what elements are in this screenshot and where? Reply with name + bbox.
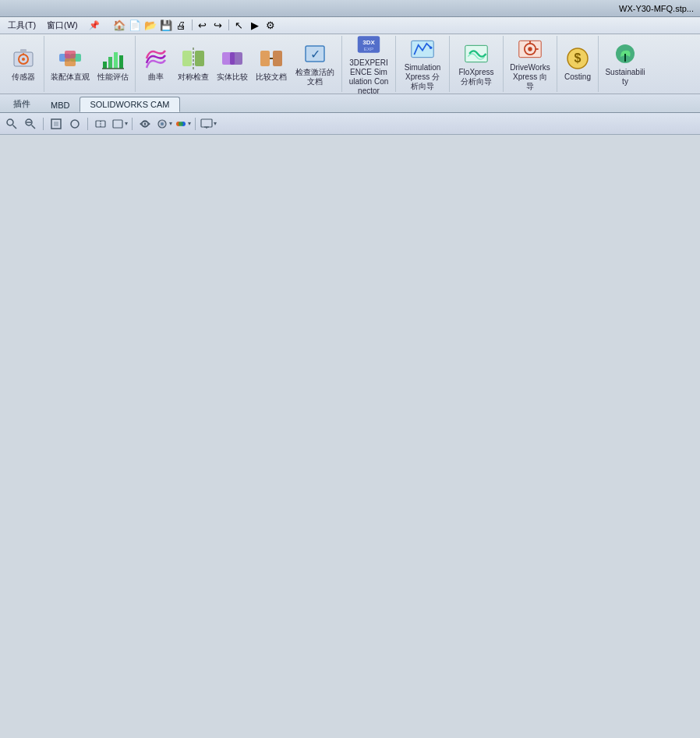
- qa-undo[interactable]: ↩: [196, 18, 210, 32]
- btn-box-dropdown[interactable]: ▾: [111, 115, 128, 132]
- svg-line-39: [13, 125, 17, 129]
- btn-appearance-1[interactable]: ▾: [155, 115, 172, 132]
- btn-curvature[interactable]: 曲率: [139, 44, 173, 84]
- svg-rect-56: [201, 119, 212, 127]
- performance-icon: [101, 46, 126, 71]
- curvature-icon: [143, 46, 168, 71]
- sec-sep-1: [43, 118, 44, 130]
- btn-floxpress[interactable]: FloXpress 分析向导: [453, 39, 500, 89]
- svg-rect-8: [65, 58, 76, 66]
- btn-view-circle[interactable]: [66, 115, 83, 132]
- quick-access-toolbar: 🏠 📄 📂 💾 🖨 ↩ ↪ ↖ ▶ ⚙: [109, 17, 281, 34]
- menu-pin[interactable]: 📌: [84, 19, 104, 32]
- check-icon: ✓: [302, 41, 327, 66]
- menu-tools[interactable]: 工具(T): [3, 18, 41, 33]
- toolbar-group-driveworks: DriveWorksXpress 向导: [504, 36, 557, 92]
- svg-rect-44: [54, 122, 58, 126]
- driveworks-icon: [518, 37, 543, 62]
- toolbar-main: 传感器 装配体直观: [3, 36, 697, 92]
- qa-open[interactable]: 📂: [143, 18, 157, 32]
- menu-window[interactable]: 窗口(W): [42, 18, 83, 33]
- btn-floxpress-label: FloXpress 分析向导: [456, 68, 497, 87]
- qa-redo[interactable]: ↪: [211, 18, 225, 32]
- btn-display[interactable]: ▾: [200, 115, 217, 132]
- svg-rect-15: [195, 51, 204, 66]
- assembly-icon: [58, 46, 83, 71]
- svg-line-41: [32, 125, 36, 129]
- appearance2-dropdown-arrow: ▾: [188, 120, 191, 127]
- toolbar-group-sustainability: Sustainability: [599, 36, 652, 92]
- btn-search-1[interactable]: [3, 115, 20, 132]
- sec-sep-3: [132, 118, 133, 130]
- btn-costing-label: Costing: [564, 72, 591, 82]
- btn-simxpress-label: SimulationXpress 分析向导: [402, 63, 443, 91]
- toolbar-group-simxpress: SimulationXpress 分析向导: [396, 36, 450, 92]
- btn-check[interactable]: ✓ 检查激活的文档: [292, 39, 338, 89]
- btn-compare-label: 比较文档: [256, 72, 287, 82]
- sensor-icon: [11, 46, 36, 71]
- btn-view-box[interactable]: [48, 115, 65, 132]
- btn-driveworks[interactable]: DriveWorksXpress 向导: [507, 34, 553, 94]
- btn-sustainability[interactable]: Sustainability: [602, 39, 649, 89]
- toolbar-group-assembly: 装配体直观 性能评估: [44, 36, 136, 92]
- svg-rect-29: [465, 45, 487, 62]
- btn-symmetry[interactable]: 对称检查: [175, 44, 212, 84]
- btn-section[interactable]: [92, 115, 109, 132]
- qa-cursor[interactable]: ↖: [232, 18, 246, 32]
- qa-build[interactable]: ▶: [248, 18, 262, 32]
- box-dropdown-arrow: ▾: [125, 120, 128, 127]
- btn-performance[interactable]: 性能评估: [94, 44, 132, 84]
- svg-rect-48: [113, 120, 122, 128]
- btn-check-label: 检查激活的文档: [295, 68, 335, 87]
- svg-rect-4: [20, 49, 27, 53]
- tab-solidworks-cam[interactable]: SOLIDWORKS CAM: [80, 97, 179, 112]
- btn-visibility[interactable]: [136, 115, 154, 132]
- appearance1-dropdown-arrow: ▾: [169, 120, 172, 127]
- svg-rect-10: [108, 57, 112, 69]
- btn-curvature-label: 曲率: [148, 72, 164, 82]
- toolbar-area: 传感器 装配体直观: [0, 34, 700, 94]
- qa-sep1: [192, 19, 193, 30]
- svg-rect-7: [65, 51, 76, 58]
- qa-sep2: [228, 19, 229, 30]
- btn-performance-label: 性能评估: [97, 72, 129, 82]
- svg-rect-9: [103, 62, 107, 69]
- btn-symmetry-label: 对称检查: [178, 72, 209, 82]
- title-text: WX-Y30-MFQ.stp...: [619, 4, 694, 13]
- btn-simxpress[interactable]: SimulationXpress 分析向导: [399, 34, 446, 94]
- tab-mbd[interactable]: MBD: [41, 97, 80, 112]
- svg-text:EXP: EXP: [364, 46, 373, 51]
- svg-point-52: [161, 122, 164, 125]
- svg-text:3DX: 3DX: [362, 39, 375, 46]
- qa-save[interactable]: 💾: [159, 18, 173, 32]
- btn-search-2[interactable]: [22, 115, 39, 132]
- display-dropdown-arrow: ▾: [214, 120, 217, 127]
- btn-appearance-2[interactable]: ▾: [174, 115, 191, 132]
- svg-rect-11: [114, 52, 118, 69]
- compare-icon: [259, 46, 284, 71]
- btn-assembly[interactable]: 装配体直观: [48, 44, 93, 84]
- qa-gear[interactable]: ⚙: [263, 18, 278, 32]
- tab-plugins[interactable]: 插件: [3, 95, 41, 112]
- svg-rect-14: [182, 51, 192, 66]
- btn-sensors[interactable]: 传感器: [6, 44, 41, 84]
- svg-rect-19: [260, 51, 270, 66]
- btn-compare[interactable]: 比较文档: [253, 44, 290, 84]
- toolbar-group-tools2: 曲率 对称检查 实体比: [136, 36, 342, 92]
- btn-3dexp[interactable]: 3DX EXP 3DEXPERIENCE Simulation Connecto…: [345, 30, 392, 98]
- btn-assembly-label: 装配体直观: [51, 72, 90, 82]
- toolbar-group-3dexp: 3DX EXP 3DEXPERIENCE Simulation Connecto…: [342, 36, 396, 92]
- toolbar-group-sensors: 传感器: [3, 36, 44, 92]
- qa-home[interactable]: 🏠: [112, 18, 126, 32]
- btn-costing[interactable]: $ Costing: [560, 44, 595, 84]
- btn-driveworks-label: DriveWorksXpress 向导: [510, 63, 550, 91]
- btn-solid[interactable]: 实体比较: [214, 44, 251, 84]
- svg-point-55: [179, 122, 183, 126]
- svg-rect-18: [230, 52, 242, 65]
- toolbar-group-costing: $ Costing: [557, 36, 599, 92]
- solid-icon: [220, 46, 245, 71]
- qa-print[interactable]: 🖨: [175, 18, 189, 32]
- svg-rect-20: [273, 51, 282, 66]
- btn-sustainability-label: Sustainability: [605, 68, 645, 87]
- qa-new[interactable]: 📄: [128, 18, 142, 32]
